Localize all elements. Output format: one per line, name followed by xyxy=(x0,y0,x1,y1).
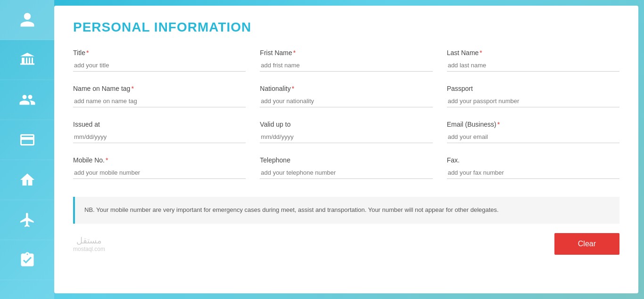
sidebar-item-worker[interactable] xyxy=(0,160,54,200)
sidebar-item-group[interactable] xyxy=(0,80,54,120)
first-name-label: Frist Name* xyxy=(260,49,432,57)
form-group-valid-up-to: Valid up to xyxy=(260,121,432,143)
name-tag-required: * xyxy=(131,85,133,92)
person-icon xyxy=(19,11,36,28)
form-group-name-tag: Name on Name tag* xyxy=(73,85,246,107)
watermark-arabic: مستقل xyxy=(73,235,105,246)
last-name-input[interactable] xyxy=(447,59,619,72)
main-content: PERSONAL INFORMATION Title* Frist Name* … xyxy=(54,6,638,293)
valid-up-to-input[interactable] xyxy=(260,131,432,143)
email-input[interactable] xyxy=(447,131,619,143)
form-group-fax: Fax. xyxy=(447,156,619,179)
issued-at-label: Issued at xyxy=(73,121,246,128)
passport-input[interactable] xyxy=(447,95,619,107)
notice-box: NB. Your mobile number are very importan… xyxy=(73,197,619,224)
footer-row: مستقل mostaql.com Clear xyxy=(73,233,619,255)
name-tag-input[interactable] xyxy=(73,95,246,107)
mobile-input[interactable] xyxy=(73,167,246,179)
form-group-telephone: Telephone xyxy=(260,156,432,179)
fax-label: Fax. xyxy=(447,156,619,164)
valid-up-to-label: Valid up to xyxy=(260,121,432,128)
issued-at-input[interactable] xyxy=(73,131,246,143)
email-required: * xyxy=(497,121,500,128)
sidebar-item-bank[interactable] xyxy=(0,40,54,80)
nationality-label: Nationality* xyxy=(260,85,432,92)
first-name-input[interactable] xyxy=(260,59,432,72)
form-group-last-name: Last Name* xyxy=(447,49,619,72)
form-group-nationality: Nationality* xyxy=(260,85,432,107)
form-group-passport: Passport xyxy=(447,85,619,107)
group-icon xyxy=(19,91,36,108)
telephone-input[interactable] xyxy=(260,167,432,179)
form-group-mobile: Mobile No.* xyxy=(73,156,246,179)
title-required: * xyxy=(86,49,89,57)
sidebar-item-plane[interactable] xyxy=(0,200,54,240)
form-group-title: Title* xyxy=(73,49,246,72)
title-label: Title* xyxy=(73,49,246,57)
form-group-email: Email (Business)* xyxy=(447,121,619,143)
checklist-icon xyxy=(19,251,36,268)
sidebar xyxy=(0,0,54,299)
last-name-label: Last Name* xyxy=(447,49,619,57)
name-tag-label: Name on Name tag* xyxy=(73,85,246,92)
form-grid: Title* Frist Name* Last Name* Name on Na… xyxy=(73,49,619,192)
fax-input[interactable] xyxy=(447,167,619,179)
sidebar-item-payment[interactable] xyxy=(0,120,54,160)
form-group-issued-at: Issued at xyxy=(73,121,246,143)
worker-icon xyxy=(19,171,36,188)
telephone-label: Telephone xyxy=(260,156,432,164)
mobile-label: Mobile No.* xyxy=(73,156,246,164)
form-group-first-name: Frist Name* xyxy=(260,49,432,72)
watermark-latin: mostaql.com xyxy=(73,246,105,252)
watermark: مستقل mostaql.com xyxy=(73,235,105,252)
notice-text: NB. Your mobile number are very importan… xyxy=(84,206,499,213)
sidebar-item-checklist[interactable] xyxy=(0,240,54,280)
title-input[interactable] xyxy=(73,59,246,72)
mobile-required: * xyxy=(106,156,108,164)
first-name-required: * xyxy=(293,49,296,57)
nationality-input[interactable] xyxy=(260,95,432,107)
plane-icon xyxy=(19,211,36,228)
last-name-required: * xyxy=(479,49,482,57)
bank-icon xyxy=(19,51,36,68)
email-label: Email (Business)* xyxy=(447,121,619,128)
payment-icon xyxy=(19,131,36,148)
sidebar-item-person[interactable] xyxy=(0,0,54,40)
clear-button[interactable]: Clear xyxy=(554,233,619,255)
passport-label: Passport xyxy=(447,85,619,92)
nationality-required: * xyxy=(292,85,294,92)
page-title: PERSONAL INFORMATION xyxy=(73,20,619,35)
